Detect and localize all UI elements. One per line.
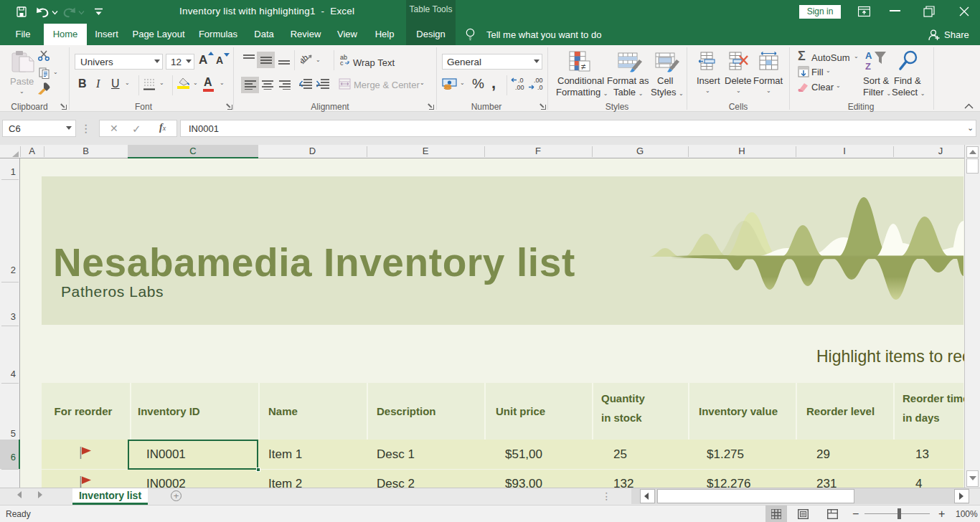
svg-text:Z: Z — [865, 61, 871, 72]
svg-text:≠: ≠ — [581, 62, 586, 72]
svg-text:.0: .0 — [537, 84, 543, 90]
svg-text:.00: .00 — [515, 84, 524, 90]
svg-text:.0: .0 — [518, 77, 524, 84]
svg-text:.00: .00 — [534, 77, 543, 84]
svg-text:A: A — [865, 50, 872, 61]
svg-text:c: c — [340, 60, 344, 66]
